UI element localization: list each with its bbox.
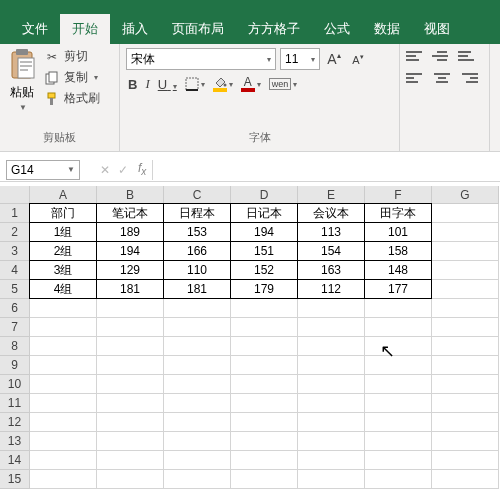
cell[interactable] — [231, 318, 298, 337]
cell[interactable] — [432, 394, 499, 413]
col-header-G[interactable]: G — [432, 186, 499, 204]
cell[interactable]: 日程本 — [163, 203, 231, 223]
cell[interactable] — [365, 299, 432, 318]
row-header-8[interactable]: 8 — [0, 337, 30, 356]
cell[interactable] — [432, 375, 499, 394]
cell[interactable] — [30, 375, 97, 394]
cell[interactable] — [432, 356, 499, 375]
cell[interactable] — [298, 394, 365, 413]
cell[interactable] — [30, 356, 97, 375]
cell[interactable]: 2组 — [29, 241, 97, 261]
name-box[interactable]: G14▼ — [6, 160, 80, 180]
cell[interactable] — [365, 318, 432, 337]
copy-button[interactable]: 复制▾ — [44, 69, 100, 86]
cell[interactable]: 4组 — [29, 279, 97, 299]
cell[interactable] — [97, 356, 164, 375]
cell[interactable] — [432, 242, 499, 261]
cell[interactable]: 3组 — [29, 260, 97, 280]
row-header-15[interactable]: 15 — [0, 470, 30, 489]
cell[interactable]: 163 — [297, 260, 365, 280]
cell[interactable]: 151 — [230, 241, 298, 261]
enter-icon[interactable]: ✓ — [118, 163, 128, 177]
paste-icon[interactable] — [6, 48, 38, 82]
row-header-6[interactable]: 6 — [0, 299, 30, 318]
row-header-1[interactable]: 1 — [0, 204, 30, 223]
fill-color-button[interactable]: ▾ — [213, 77, 233, 92]
cell[interactable] — [97, 413, 164, 432]
cell[interactable] — [231, 470, 298, 489]
paste-dropdown-icon[interactable]: ▼ — [19, 103, 27, 112]
cell[interactable] — [231, 337, 298, 356]
cell[interactable] — [432, 280, 499, 299]
row-header-12[interactable]: 12 — [0, 413, 30, 432]
align-center-icon[interactable] — [432, 70, 452, 86]
cell[interactable]: 166 — [163, 241, 231, 261]
cell[interactable] — [365, 337, 432, 356]
font-name-select[interactable]: 宋体▾ — [126, 48, 276, 70]
cell[interactable] — [298, 432, 365, 451]
cell[interactable] — [97, 470, 164, 489]
paste-label[interactable]: 粘贴 — [10, 84, 34, 101]
row-header-5[interactable]: 5 — [0, 280, 30, 299]
cell[interactable]: 112 — [297, 279, 365, 299]
tab-file[interactable]: 文件 — [10, 14, 60, 44]
cell[interactable] — [30, 470, 97, 489]
cell[interactable] — [298, 318, 365, 337]
cell[interactable] — [30, 451, 97, 470]
cell[interactable] — [231, 413, 298, 432]
cell[interactable] — [432, 432, 499, 451]
fx-icon[interactable]: fx — [138, 161, 146, 177]
cell[interactable]: 1组 — [29, 222, 97, 242]
row-header-11[interactable]: 11 — [0, 394, 30, 413]
cell[interactable] — [432, 204, 499, 223]
col-header-A[interactable]: A — [30, 186, 97, 204]
cell[interactable]: 181 — [96, 279, 164, 299]
cell[interactable] — [97, 375, 164, 394]
cell[interactable] — [97, 318, 164, 337]
cell[interactable] — [298, 299, 365, 318]
cell[interactable]: 194 — [96, 241, 164, 261]
cell[interactable] — [432, 413, 499, 432]
align-middle-icon[interactable] — [432, 48, 452, 64]
col-header-C[interactable]: C — [164, 186, 231, 204]
align-bottom-icon[interactable] — [458, 48, 478, 64]
cell[interactable] — [432, 451, 499, 470]
cell[interactable]: 181 — [163, 279, 231, 299]
cell[interactable]: 194 — [230, 222, 298, 242]
col-header-B[interactable]: B — [97, 186, 164, 204]
cell[interactable]: 会议本 — [297, 203, 365, 223]
cell[interactable] — [30, 318, 97, 337]
cell[interactable] — [365, 394, 432, 413]
cell[interactable] — [231, 432, 298, 451]
align-right-icon[interactable] — [458, 70, 478, 86]
font-size-select[interactable]: 11▾ — [280, 48, 320, 70]
underline-button[interactable]: U ▾ — [158, 77, 177, 92]
cell[interactable] — [231, 451, 298, 470]
cell[interactable]: 笔记本 — [96, 203, 164, 223]
cell[interactable] — [30, 413, 97, 432]
font-color-button[interactable]: A▾ — [241, 76, 261, 92]
cell[interactable] — [432, 261, 499, 280]
cell[interactable]: 129 — [96, 260, 164, 280]
cell[interactable] — [231, 375, 298, 394]
row-header-3[interactable]: 3 — [0, 242, 30, 261]
bold-button[interactable]: B — [128, 77, 137, 92]
cell[interactable] — [164, 451, 231, 470]
cell[interactable] — [365, 451, 432, 470]
tab-data[interactable]: 数据 — [362, 14, 412, 44]
cell[interactable]: 148 — [364, 260, 432, 280]
cell[interactable] — [164, 375, 231, 394]
cell[interactable] — [231, 299, 298, 318]
cell[interactable] — [30, 432, 97, 451]
align-top-icon[interactable] — [406, 48, 426, 64]
cell[interactable] — [365, 375, 432, 394]
cell[interactable] — [164, 432, 231, 451]
tab-view[interactable]: 视图 — [412, 14, 462, 44]
cell[interactable] — [298, 337, 365, 356]
align-left-icon[interactable] — [406, 70, 426, 86]
cell[interactable] — [164, 337, 231, 356]
cell[interactable]: 177 — [364, 279, 432, 299]
format-painter-button[interactable]: 格式刷 — [44, 90, 100, 107]
cell[interactable] — [365, 470, 432, 489]
cell[interactable] — [97, 451, 164, 470]
